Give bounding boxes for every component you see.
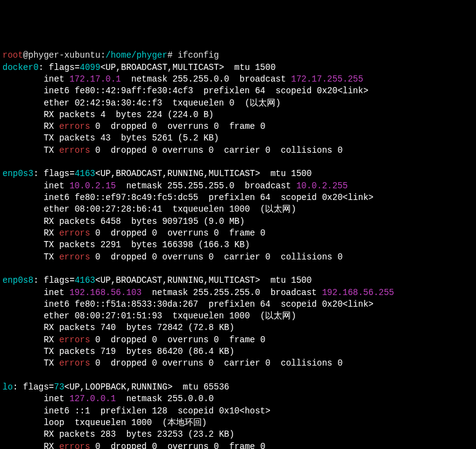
tx-drop: 0	[152, 145, 157, 155]
rx-packets: 6458	[101, 217, 121, 226]
tx-packets: 719	[101, 347, 116, 356]
iface-block-enp0s3: enp0s3: flags=4163<UP,BROADCAST,RUNNING,…	[2, 169, 374, 261]
rx-packets: 4	[101, 110, 106, 120]
rx-errors-label: errors	[59, 335, 90, 345]
flags-num: 4163	[75, 169, 96, 178]
tx-carrier: 0	[266, 252, 271, 262]
txq: 1000	[229, 311, 250, 321]
user: root	[2, 50, 23, 60]
scope-txt: <link>	[337, 86, 368, 96]
txq: 1000	[229, 204, 250, 214]
inet: 127.0.0.1	[69, 394, 116, 404]
netmask: 255.255.255.0	[167, 181, 234, 191]
tx-carrier: 0	[266, 145, 271, 155]
iface-name: enp0s8	[2, 275, 33, 285]
broadcast: 10.0.2.255	[296, 181, 348, 191]
rx-drop: 0	[152, 335, 157, 345]
rx-human: (224.0 B)	[167, 110, 214, 120]
rx-err: 0	[95, 228, 100, 238]
rx-errors-label: errors	[59, 442, 90, 449]
tx-human: (166.3 KB)	[198, 240, 250, 250]
flags-list: UP,BROADCAST,RUNNING,MULTICAST	[101, 169, 255, 178]
tx-errors-label: errors	[59, 358, 90, 368]
rx-frame: 0	[260, 228, 265, 238]
mtu: 1500	[291, 275, 312, 285]
iface-block-docker0: docker0: flags=4099<UP,BROADCAST,MULTICA…	[2, 63, 369, 155]
txq: 0	[229, 98, 234, 108]
tx-err: 0	[95, 358, 100, 368]
rx-drop: 0	[152, 121, 157, 131]
tx-human: (5.2 KB)	[178, 133, 219, 143]
loop: loop	[44, 418, 64, 428]
prefixlen: 64	[260, 299, 271, 309]
flags-list: UP,BROADCAST,MULTICAST	[106, 63, 219, 72]
flags-list: UP,BROADCAST,RUNNING,MULTICAST	[101, 275, 255, 285]
inet6: fe80::ef97:8c49:fc5:dc55	[75, 193, 199, 202]
mac: 02:42:9a:30:4c:f3	[75, 98, 163, 108]
rx-frame: 0	[260, 442, 265, 449]
iface-type: (以太网)	[260, 311, 296, 321]
tx-over: 0	[209, 252, 213, 262]
tx-errors-label: errors	[59, 145, 90, 155]
rx-bytes: 72842	[157, 323, 183, 332]
rx-over: 0	[214, 228, 219, 238]
iface-block-enp0s8: enp0s8: flags=4163<UP,BROADCAST,RUNNING,…	[2, 275, 394, 368]
scope-txt: <host>	[240, 406, 271, 416]
iface-block-lo: lo: flags=73<UP,LOOPBACK,RUNNING> mtu 65…	[2, 382, 343, 449]
iface-name: lo	[2, 382, 13, 392]
broadcast: 192.168.56.255	[322, 288, 394, 297]
host: phyger-xubuntu	[28, 50, 101, 60]
tx-err: 0	[95, 252, 100, 262]
scopeid: 0x20	[322, 193, 343, 202]
prefixlen: 64	[255, 86, 266, 96]
scope-txt: <link>	[343, 193, 374, 202]
rx-bytes: 224	[147, 110, 162, 120]
rx-over: 0	[214, 335, 219, 345]
iface-type: (以太网)	[245, 98, 281, 108]
netmask: 255.0.0.0	[167, 394, 214, 404]
rx-human: (23.2 KB)	[188, 429, 235, 439]
flags-list: UP,LOOPBACK,RUNNING	[69, 382, 167, 392]
tx-errors-label: errors	[59, 252, 90, 262]
inet: 10.0.2.15	[69, 181, 116, 191]
rx-frame: 0	[260, 335, 265, 345]
mtu: 65536	[204, 382, 229, 392]
iface-type: (本地环回)	[162, 418, 207, 428]
scope-txt: <link>	[343, 299, 374, 309]
netmask: 255.255.0.0	[172, 74, 229, 84]
tx-coll: 0	[337, 358, 342, 368]
tx-packets: 2291	[101, 240, 121, 250]
terminal-output[interactable]: root@phyger-xubuntu:/home/phyger# ifconf…	[2, 50, 474, 449]
rx-frame: 0	[260, 121, 265, 131]
tx-carrier: 0	[266, 358, 271, 368]
tx-human: (86.4 KB)	[188, 347, 235, 356]
rx-bytes: 23253	[157, 429, 183, 439]
tx-coll: 0	[337, 145, 342, 155]
tx-err: 0	[95, 145, 100, 155]
mac: 08:00:27:28:b6:41	[75, 204, 163, 214]
mac: 08:00:27:01:51:93	[75, 311, 163, 321]
prompt-symbol: #	[167, 50, 172, 60]
rx-packets: 283	[101, 429, 116, 439]
tx-bytes: 5261	[152, 133, 173, 143]
tx-drop: 0	[152, 252, 157, 262]
prompt: root@phyger-xubuntu:/home/phyger# ifconf…	[2, 50, 219, 60]
at-symbol: @	[23, 50, 28, 60]
iface-name: docker0	[2, 63, 39, 72]
mtu: 1500	[255, 63, 276, 72]
iface-type: (以太网)	[260, 204, 296, 214]
inet: 192.168.56.103	[69, 288, 142, 297]
tx-over: 0	[209, 358, 213, 368]
flags-num: 73	[54, 382, 64, 392]
path-sep: :	[101, 50, 106, 60]
cwd: /home/phyger	[106, 50, 167, 60]
prefixlen: 64	[260, 193, 271, 202]
rx-packets: 740	[101, 323, 116, 332]
flags-num: 4163	[75, 275, 96, 285]
inet6: ::1	[75, 406, 90, 416]
tx-coll: 0	[337, 252, 342, 262]
flags-num: 4099	[80, 63, 101, 72]
prefixlen: 128	[152, 406, 167, 416]
inet: 172.17.0.1	[69, 74, 121, 84]
rx-bytes: 9097195	[162, 217, 198, 226]
